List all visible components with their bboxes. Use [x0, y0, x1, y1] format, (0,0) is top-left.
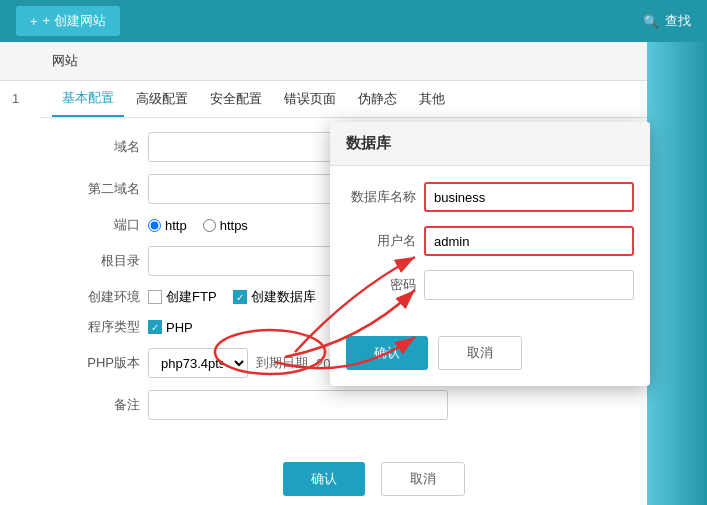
note-input[interactable] — [148, 390, 448, 420]
right-decoration — [647, 42, 707, 505]
tab-pseudo-static[interactable]: 伪静态 — [348, 82, 407, 116]
col-num — [0, 42, 40, 80]
modal-title: 数据库 — [330, 122, 650, 166]
second-domain-label: 第二域名 — [60, 180, 140, 198]
port-label: 端口 — [60, 216, 140, 234]
modal-password-input[interactable] — [424, 270, 634, 300]
top-bar: + + 创建网站 🔍 查找 — [0, 0, 707, 42]
radio-https-input[interactable] — [203, 219, 216, 232]
main-area: 网站 操作 1 基本配置 高级配置 安全配置 错误页面 伪静态 其他 管理 — [0, 42, 707, 505]
modal-dbname-label: 数据库名称 — [346, 188, 416, 206]
tab-security-config[interactable]: 安全配置 — [200, 82, 272, 116]
col-site: 网站 — [40, 42, 627, 80]
form-confirm-button[interactable]: 确认 — [283, 462, 365, 496]
db-checkbox-icon: ✓ — [233, 290, 247, 304]
tab-error-page[interactable]: 错误页面 — [274, 82, 346, 116]
root-label: 根目录 — [60, 252, 140, 270]
domain-label: 域名 — [60, 138, 140, 156]
php-version-select[interactable]: php73.4pts — [148, 348, 248, 378]
modal-username-row: 用户名 — [346, 226, 634, 256]
prog-label: 程序类型 — [60, 318, 140, 336]
search-icon: 🔍 — [643, 14, 659, 29]
ftp-checkbox-icon — [148, 290, 162, 304]
env-label: 创建环境 — [60, 288, 140, 306]
plus-icon: + — [30, 14, 38, 29]
tab-other[interactable]: 其他 — [409, 82, 455, 116]
checkbox-ftp[interactable]: 创建FTP — [148, 288, 217, 306]
radio-https[interactable]: https — [203, 218, 248, 233]
tab-basic-config[interactable]: 基本配置 — [52, 81, 124, 117]
tab-advanced-config[interactable]: 高级配置 — [126, 82, 198, 116]
radio-http[interactable]: http — [148, 218, 187, 233]
tabs-row: 基本配置 高级配置 安全配置 错误页面 伪静态 其他 管理 — [40, 81, 707, 118]
note-row: 备注 — [60, 390, 687, 420]
modal-body: 数据库名称 用户名 密码 — [330, 166, 650, 330]
checkbox-php[interactable]: ✓ PHP — [148, 320, 193, 335]
checkbox-db[interactable]: ✓ 创建数据库 — [233, 288, 316, 306]
modal-password-row: 密码 — [346, 270, 634, 300]
form-buttons: 确认 取消 — [40, 446, 707, 505]
php-label: PHP版本 — [60, 354, 140, 372]
table-header: 网站 操作 — [0, 42, 707, 81]
modal-confirm-button[interactable]: 确认 — [346, 336, 428, 370]
modal-username-input[interactable] — [424, 226, 634, 256]
port-radio-group: http https — [148, 218, 248, 233]
row-1-num: 1 — [0, 81, 40, 505]
note-label: 备注 — [60, 396, 140, 414]
database-modal: 数据库 数据库名称 用户名 密码 确认 取消 — [330, 122, 650, 386]
radio-http-input[interactable] — [148, 219, 161, 232]
modal-password-label: 密码 — [346, 276, 416, 294]
modal-dbname-input[interactable] — [424, 182, 634, 212]
modal-dbname-row: 数据库名称 — [346, 182, 634, 212]
php-checkbox-icon: ✓ — [148, 320, 162, 334]
form-cancel-button[interactable]: 取消 — [381, 462, 465, 496]
env-checkbox-group: 创建FTP ✓ 创建数据库 — [148, 288, 316, 306]
create-website-button[interactable]: + + 创建网站 — [16, 6, 120, 36]
search-area: 🔍 查找 — [643, 12, 691, 30]
modal-cancel-button[interactable]: 取消 — [438, 336, 522, 370]
modal-username-label: 用户名 — [346, 232, 416, 250]
modal-footer: 确认 取消 — [330, 330, 650, 386]
expire-label: 到期日期 — [256, 354, 308, 372]
